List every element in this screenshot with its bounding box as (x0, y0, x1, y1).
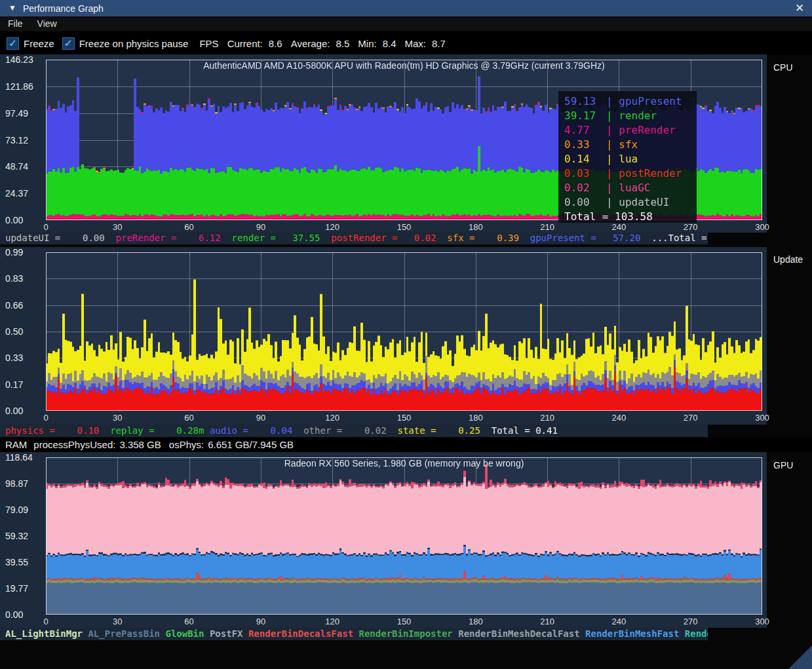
hover-legend-name: | updateUI (606, 196, 669, 208)
hover-legend-total: Total = 103.58 (564, 210, 697, 224)
stat-segment: PostFX (204, 628, 242, 639)
fps-min-value: 8.4 (383, 38, 396, 49)
stat-segment: physics = 0.10 (5, 425, 99, 436)
x-axis-tick-label: 30 (113, 617, 122, 626)
stat-segment: updateUI = 0.00 (5, 233, 105, 243)
hover-legend-value: 59.13 (564, 94, 606, 109)
toolbar: ✓ Freeze ✓ Freeze on physics pause FPS C… (0, 31, 812, 55)
ram-os-label: osPhys: (169, 438, 204, 452)
collapse-triangle-icon[interactable]: ▼ (9, 0, 16, 16)
title-bar[interactable]: ▼ Performance Graph ✕ (0, 0, 812, 16)
close-icon[interactable]: ✕ (792, 1, 807, 16)
y-axis-tick-label: 98.87 (5, 478, 28, 489)
x-axis-tick-label: 90 (256, 222, 265, 232)
fps-max-value: 8.7 (432, 38, 446, 49)
stat-segment: replay = 0.28m (99, 425, 204, 436)
y-axis-tick-label: 48.74 (5, 161, 28, 172)
stat-segment: ...Total = 101.46 (640, 233, 708, 243)
x-axis-tick-label: 0 (43, 222, 48, 232)
ram-process-label: processPhysUsed: (33, 438, 115, 452)
x-axis-tick-label: 30 (113, 222, 122, 232)
hover-legend-row: 0.00| updateUI (564, 195, 697, 210)
window-title: Performance Graph (23, 3, 104, 14)
hover-legend-row: 39.17| render (564, 109, 697, 123)
stat-segment: gpuPresent = 57.20 (519, 233, 640, 243)
y-axis-tick-label: 39.55 (5, 557, 28, 567)
y-axis-tick-label: 19.77 (5, 583, 28, 594)
x-axis-tick-label: 60 (184, 617, 193, 626)
update-chart-canvas[interactable] (46, 252, 762, 411)
x-axis-tick-label: 120 (325, 617, 339, 626)
x-axis-tick-label: 210 (540, 413, 554, 423)
y-axis-tick-label: 0.17 (5, 379, 23, 390)
y-axis-tick-label: 73.12 (5, 135, 28, 145)
hover-legend-name: | postRender (606, 167, 682, 180)
hover-legend-value: 4.77 (564, 123, 606, 138)
y-axis-tick-label: 24.37 (5, 188, 28, 199)
y-axis-tick-label: 0.33 (5, 353, 23, 363)
stat-segment: render = 37.55 (221, 233, 320, 243)
y-axis-tick-label: 0.00 (5, 406, 23, 416)
hover-legend-row: 0.03| postRender (564, 166, 697, 181)
hover-legend-name: | luaGC (606, 182, 650, 194)
x-axis-tick-label: 0 (43, 617, 48, 626)
x-axis-tick-label: 120 (325, 413, 339, 423)
x-axis-tick-label: 60 (184, 222, 193, 232)
x-axis-tick-label: 270 (684, 413, 698, 423)
x-axis-tick-label: 150 (397, 413, 412, 423)
y-axis-tick-label: 118.64 (5, 452, 33, 463)
menu-bar: File View (0, 16, 812, 31)
stat-segment: other = 0.02 (292, 425, 386, 436)
stat-segment: RenderBinObject (679, 628, 708, 639)
x-axis-tick-label: 300 (755, 617, 769, 626)
freeze-on-physics-pause-label: Freeze on physics pause (79, 38, 189, 49)
performance-graph-window: ▼ Performance Graph ✕ File View ✓ Freeze… (0, 0, 812, 669)
y-axis-tick-label: 146.23 (5, 54, 33, 65)
hover-legend-row: 0.33| sfx (564, 138, 697, 152)
freeze-label: Freeze (24, 38, 54, 49)
hover-legend-name: | render (606, 109, 657, 122)
y-axis-tick-label: 0.66 (5, 300, 23, 311)
update-stats-line: physics = 0.10 replay = 0.28m audio = 0.… (0, 425, 708, 437)
x-axis-tick-label: 300 (755, 413, 769, 423)
gpu-side-label: GPU (773, 460, 793, 470)
x-axis-tick-label: 30 (113, 413, 122, 423)
x-axis-tick-label: 90 (256, 617, 265, 626)
x-axis-tick-label: 180 (469, 617, 483, 626)
resize-grip[interactable] (788, 645, 812, 669)
x-axis-tick-label: 0 (43, 413, 48, 423)
freeze-checkbox[interactable]: ✓ (7, 37, 19, 50)
x-axis-tick-label: 210 (540, 222, 554, 232)
stat-segment: audio = 0.04 (204, 425, 292, 436)
hover-legend-row: 0.14| lua (564, 152, 697, 166)
stat-segment: RenderBinMeshDecalFast (453, 628, 580, 639)
gpu-render-bins-legend: AL_LightBinMgr AL_PrePassBin GlowBin Pos… (0, 628, 708, 640)
y-axis-tick-label: 97.49 (5, 108, 28, 119)
gpu-chart-canvas[interactable] (46, 457, 762, 615)
menu-file[interactable]: File (0, 16, 30, 31)
stat-segment: AL_LightBinMgr (5, 628, 83, 639)
hover-legend-row: 59.13| gpuPresent (564, 94, 697, 109)
menu-view[interactable]: View (30, 16, 64, 31)
freeze-on-physics-pause-checkbox[interactable]: ✓ (62, 37, 75, 50)
stat-segment: GlowBin (160, 628, 204, 639)
ram-process-value: 3.358 GB (119, 438, 161, 452)
y-axis-tick-label: 0.83 (5, 273, 23, 284)
stat-segment: RenderBinImposter (353, 628, 453, 639)
stat-segment: RenderBinMeshFast (580, 628, 680, 639)
x-axis-tick-label: 210 (540, 617, 554, 626)
y-axis-tick-label: 0.00 (5, 215, 23, 225)
hover-legend-row: 0.02| luaGC (564, 181, 697, 195)
y-axis-tick-label: 0.99 (5, 247, 23, 258)
fps-current-value: 8.6 (269, 38, 282, 49)
y-axis-tick-label: 79.09 (5, 505, 28, 515)
x-axis-tick-label: 120 (325, 222, 339, 232)
stat-segment: RenderBinDecalsFast (242, 628, 353, 639)
fps-max-label: Max: (405, 38, 427, 49)
y-axis-tick-label: 0.00 (5, 609, 23, 620)
stat-segment: postRender = 0.02 (320, 233, 436, 243)
fps-current-label: Current: (227, 38, 263, 49)
hover-legend-value: 0.00 (564, 195, 606, 210)
ram-status-line: RAM processPhysUsed: 3.358 GB osPhys: 6.… (0, 438, 812, 452)
hover-legend-row: 4.77| preRender (564, 123, 697, 138)
